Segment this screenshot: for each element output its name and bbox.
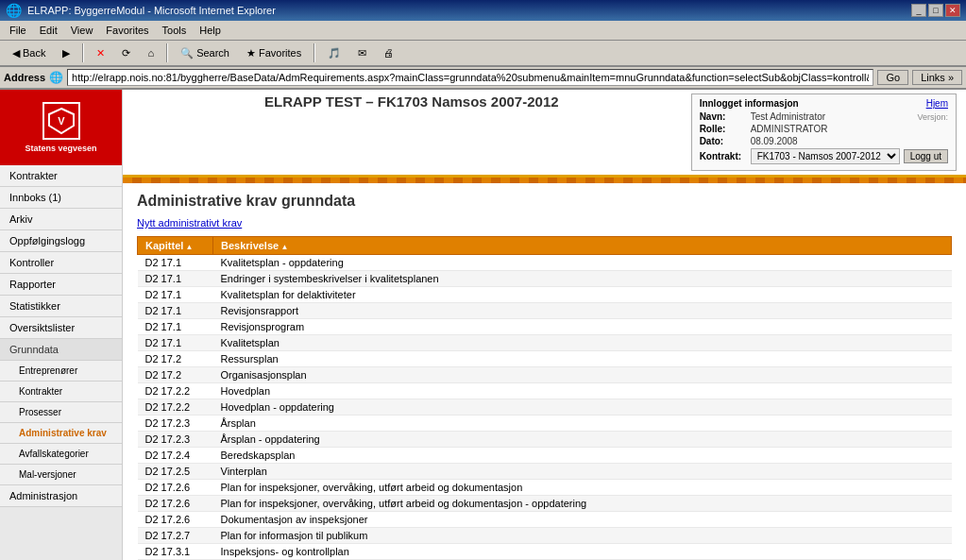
sidebar-item-arkiv[interactable]: Arkiv (0, 209, 122, 230)
cell-kapittel: D2 17.2 (138, 367, 213, 383)
home-button[interactable]: ⌂ (141, 44, 161, 61)
table-row[interactable]: D2 17.1Revisjonsrapport (138, 303, 952, 319)
favorites-button[interactable]: ★ Favorites (240, 44, 308, 62)
stop-button[interactable]: ✕ (90, 44, 111, 62)
sidebar-item-oppfolgingslogg[interactable]: Oppfølgingslogg (0, 230, 122, 252)
sidebar-item-grunndata[interactable]: Grunndata (0, 339, 122, 361)
mail-icon: ✉ (358, 47, 366, 59)
table-row[interactable]: D2 17.2.6Plan for inspeksjoner, overvåki… (138, 480, 952, 496)
main-layout: V Statens vegvesen Kontrakter Innboks (1… (0, 90, 966, 560)
content-header: ELRAPP TEST – FK1703 Namsos 2007-2012 In… (123, 90, 966, 178)
sidebar-item-innboks[interactable]: Innboks (1) (0, 187, 122, 209)
sidebar-item-rapporter[interactable]: Rapporter (0, 274, 122, 296)
cell-kapittel: D2 17.1 (138, 255, 213, 271)
cell-kapittel: D2 17.2.7 (138, 528, 213, 544)
menu-help[interactable]: Help (194, 23, 227, 38)
cell-beskrivelse: Plan for inspeksjoner, overvåking, utfør… (213, 480, 952, 496)
table-row[interactable]: D2 17.2.5Vinterplan (138, 464, 952, 480)
table-row[interactable]: D2 17.2Ressursplan (138, 351, 952, 367)
forward-button[interactable]: ▶ (56, 44, 76, 62)
rolle-label: Rolle: (700, 124, 747, 134)
table-row[interactable]: D2 17.2.3Årsplan - oppdatering (138, 432, 952, 448)
navn-label: Navn: (700, 111, 747, 122)
home-icon: ⌂ (147, 47, 154, 59)
table-row[interactable]: D2 17.1Kvalitetsplan - oppdatering (138, 255, 952, 271)
cell-kapittel: D2 17.2.2 (138, 399, 213, 416)
cell-kapittel: D2 17.2.6 (138, 512, 213, 528)
sidebar-item-prosesser[interactable]: Prosesser (0, 402, 122, 423)
table-row[interactable]: D2 17.2.4Beredskapsplan (138, 448, 952, 464)
table-row[interactable]: D2 17.2.3Årsplan (138, 416, 952, 432)
data-table: Kapittel Beskrivelse D2 17.1Kvalitetspla… (137, 236, 952, 560)
sidebar-item-kontroller[interactable]: Kontroller (0, 252, 122, 274)
table-row[interactable]: D2 17.2.6Dokumentasjon av inspeksjoner (138, 512, 952, 528)
sidebar-item-entreprenorer[interactable]: Entreprenører (0, 361, 122, 382)
cell-kapittel: D2 17.2.2 (138, 383, 213, 399)
address-bar: Address 🌐 Go Links » (0, 67, 966, 90)
kontrakt-select[interactable]: FK1703 - Namsos 2007-2012 (751, 148, 900, 164)
col-header-beskrivelse[interactable]: Beskrivelse (213, 237, 952, 255)
cell-kapittel: D2 17.2.3 (138, 432, 213, 448)
back-button[interactable]: ◀ Back (6, 44, 52, 62)
version-label: Versjon: (917, 112, 948, 122)
toolbar-separator-1 (82, 43, 84, 62)
table-row[interactable]: D2 17.3.1Inspeksjons- og kontrollplan (138, 544, 952, 560)
sidebar-item-oversiktslister[interactable]: Oversiktslister (0, 317, 122, 339)
navn-value: Test Administrator (751, 111, 825, 122)
menu-favorites[interactable]: Favorites (100, 23, 154, 38)
search-button[interactable]: 🔍 Search (174, 44, 236, 62)
stop-icon: ✕ (96, 47, 105, 59)
table-row[interactable]: D2 17.2Organisasjonsplan (138, 367, 952, 383)
cell-beskrivelse: Dokumentasjon av inspeksjoner (213, 512, 952, 528)
cell-kapittel: D2 17.2.6 (138, 496, 213, 512)
sidebar-item-kontrakter-sub[interactable]: Kontrakter (0, 382, 122, 402)
cell-beskrivelse: Endringer i systembeskrivelser i kvalite… (213, 271, 952, 287)
header-title: ELRAPP TEST – FK1703 Namsos 2007-2012 (264, 93, 559, 110)
cell-beskrivelse: Kvalitetsplan (213, 335, 952, 351)
address-input[interactable] (67, 69, 873, 86)
search-icon: 🔍 (180, 47, 194, 59)
logg-ut-button[interactable]: Logg ut (904, 149, 948, 163)
address-label: Address (4, 72, 45, 83)
menu-file[interactable]: File (4, 23, 32, 38)
sidebar-item-administrasjon[interactable]: Administrasjon (0, 485, 122, 507)
address-icon: 🌐 (49, 71, 63, 84)
sidebar-item-mal-versjoner[interactable]: Mal-versjoner (0, 465, 122, 485)
table-row[interactable]: D2 17.2.7Plan for informasjon til publik… (138, 528, 952, 544)
table-row[interactable]: D2 17.2.2Hovedplan (138, 383, 952, 399)
media-icon: 🎵 (328, 47, 341, 59)
hjem-button[interactable]: Hjem (926, 98, 948, 109)
logo-shield: V (42, 102, 80, 140)
table-row[interactable]: D2 17.2.2Hovedplan - oppdatering (138, 399, 952, 416)
title-bar: 🌐 ELRAPP: ByggerreModul - Microsoft Inte… (0, 0, 966, 21)
maximize-button[interactable]: □ (928, 4, 943, 17)
table-row[interactable]: D2 17.1Kvalitetsplan (138, 335, 952, 351)
cell-beskrivelse: Hovedplan - oppdatering (213, 399, 952, 416)
mail-button[interactable]: ✉ (351, 44, 373, 62)
sidebar: V Statens vegvesen Kontrakter Innboks (1… (0, 90, 123, 560)
cell-beskrivelse: Vinterplan (213, 464, 952, 480)
refresh-button[interactable]: ⟳ (115, 44, 137, 62)
close-button[interactable]: ✕ (945, 4, 960, 17)
print-button[interactable]: 🖨 (377, 44, 400, 61)
sidebar-item-statistikker[interactable]: Statistikker (0, 296, 122, 317)
table-row[interactable]: D2 17.2.6Plan for inspeksjoner, overvåki… (138, 496, 952, 512)
sidebar-item-avfallskategorier[interactable]: Avfallskategorier (0, 444, 122, 465)
svg-text:V: V (58, 115, 65, 127)
cell-beskrivelse: Revisjonsprogram (213, 319, 952, 335)
sidebar-item-administrative-krav[interactable]: Administrative krav (0, 423, 122, 444)
table-row[interactable]: D2 17.1Kvalitetsplan for delaktiviteter (138, 287, 952, 303)
links-button[interactable]: Links » (912, 70, 962, 85)
media-button[interactable]: 🎵 (321, 44, 347, 62)
menu-view[interactable]: View (65, 23, 99, 38)
minimize-button[interactable]: _ (911, 4, 926, 17)
menu-tools[interactable]: Tools (157, 23, 193, 38)
col-header-kapittel[interactable]: Kapittel (138, 237, 213, 255)
logo-text: Statens vegvesen (25, 144, 96, 153)
sidebar-item-kontrakter[interactable]: Kontrakter (0, 165, 122, 187)
menu-edit[interactable]: Edit (34, 23, 63, 38)
go-button[interactable]: Go (877, 70, 908, 85)
new-krav-link[interactable]: Nytt administrativt krav (137, 217, 952, 229)
table-row[interactable]: D2 17.1Revisjonsprogram (138, 319, 952, 335)
table-row[interactable]: D2 17.1Endringer i systembeskrivelser i … (138, 271, 952, 287)
